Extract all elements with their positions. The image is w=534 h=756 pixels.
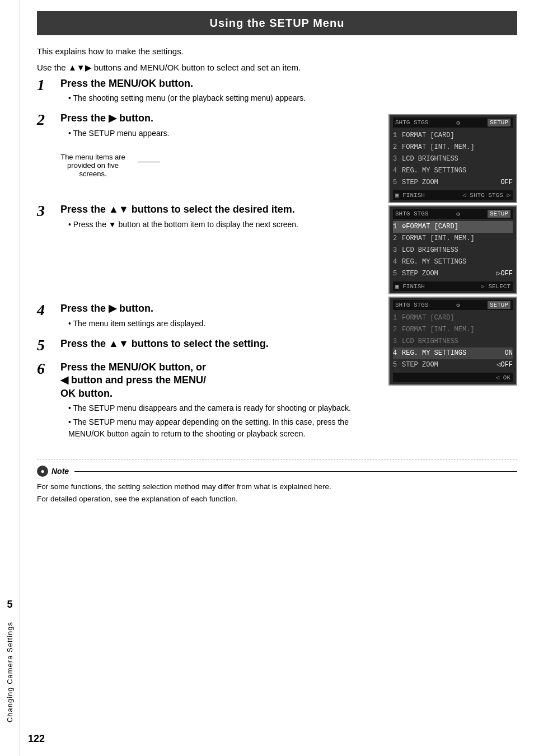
menu3-header-left: SHTG STGS: [395, 302, 428, 308]
step-3-number: 3: [37, 203, 57, 219]
menu3-footer-right: ◁ OK: [496, 374, 510, 381]
menu3-header: SHTG STGS ⚙ SETUP: [393, 300, 513, 310]
note-header: ● Note: [37, 465, 517, 477]
step-3-left: 3 Press the ▲▼ buttons to select the des…: [37, 203, 377, 294]
note-icon: ●: [37, 466, 48, 477]
step-6: 6 Press the MENU/OK button, or◀ button a…: [37, 361, 377, 440]
menu1-row-2: 2FORMAT [INT. MEM.]: [393, 142, 513, 153]
note-line1: For some functions, the setting selectio…: [37, 481, 517, 493]
menu2-footer-right: ▷ SELECT: [481, 283, 510, 290]
menu3-row-4: 4REG. MY SETTINGSON: [393, 348, 513, 359]
step-3-bullet: Press the ▼ button at the bottom item to…: [68, 219, 377, 231]
menu2-header: SHTG STGS ⚙ SETUP: [393, 209, 513, 219]
sidebar: 5 Changing Camera Settings: [0, 0, 20, 756]
step-2-menu: SHTG STGS ⚙ SETUP 1FORMAT [CARD] 2FORMAT…: [388, 112, 517, 203]
menu1-row-3: 3LCD BRIGHTNESS: [393, 153, 513, 165]
step-4-bullet: The menu item settings are displayed.: [68, 318, 377, 330]
step-4-content: Press the ▶ button. The menu item settin…: [60, 302, 377, 329]
menu1-footer-left: ▣ FINISH: [395, 191, 425, 199]
step-1: 1 Press the MENU/OK button. The shooting…: [37, 77, 517, 104]
menu2-setup: SETUP: [488, 210, 510, 218]
tri-right-2: ▶: [109, 112, 116, 124]
menu2-row-4: 4REG. MY SETTINGS: [393, 256, 513, 268]
steps-456-layout: 4 Press the ▶ button. The menu item sett…: [37, 302, 517, 448]
step-2-bullet: The SETUP menu appears.: [68, 128, 377, 139]
menu1-header-icon: ⚙: [456, 119, 460, 126]
menu1-footer: ▣ FINISH ◁ SHTG STGS ▷: [393, 190, 513, 200]
menu1-row-5: 5STEP ZOOMOFF: [393, 177, 513, 189]
note-label: Note: [51, 465, 69, 477]
step-2-number: 2: [37, 112, 57, 128]
menu2-row-3: 3LCD BRIGHTNESS: [393, 245, 513, 256]
step-6-bullet1: The SETUP menu disappears and the camera…: [68, 402, 377, 414]
triangle-down-icon: ▼: [77, 63, 85, 72]
main-content: Using the SETUP Menu This explains how t…: [20, 0, 534, 522]
step-1-content: Press the MENU/OK button. The shooting s…: [60, 77, 517, 104]
menu1-footer-right: ◁ SHTG STGS ▷: [462, 191, 510, 199]
menu1-row-1: 1FORMAT [CARD]: [393, 130, 513, 142]
tri-down-5: ▼: [119, 338, 129, 349]
menu2-footer: ▣ FINISH ▷ SELECT: [393, 281, 513, 291]
step-2-content: Press the ▶ button. The SETUP menu appea…: [60, 112, 377, 139]
step-2-layout: 2 Press the ▶ button. The SETUP menu app…: [37, 112, 517, 203]
triangle-up-icon: ▲: [68, 63, 77, 72]
step-5-number: 5: [37, 337, 57, 353]
step-3-content: Press the ▲▼ buttons to select the desir…: [60, 203, 377, 230]
step-1-number: 1: [37, 77, 57, 93]
step-6-content: Press the MENU/OK button, or◀ button and…: [60, 361, 377, 440]
step-2-title: Press the ▶ button.: [60, 112, 377, 125]
steps-456-left: 4 Press the ▶ button. The menu item sett…: [37, 302, 377, 448]
triangle-right-icon: ▶: [85, 63, 92, 72]
step-5: 5 Press the ▲▼ buttons to select the set…: [37, 337, 377, 353]
menu1-header: SHTG STGS ⚙ SETUP: [393, 118, 513, 128]
menu1-row-4: 4REG. MY SETTINGS: [393, 165, 513, 177]
camera-menu-1: SHTG STGS ⚙ SETUP 1FORMAT [CARD] 2FORMAT…: [388, 114, 517, 203]
menu2-row-1: 1⊙FORMAT [CARD]: [393, 221, 513, 233]
step-5-content: Press the ▲▼ buttons to select the setti…: [60, 337, 377, 353]
callout-line: [138, 162, 160, 162]
tri-right-4: ▶: [109, 303, 116, 314]
step-1-title: Press the MENU/OK button.: [60, 77, 517, 90]
intro-line2: Use the ▲▼▶ buttons and MENU/OK button t…: [37, 62, 517, 74]
intro-line1: This explains how to make the settings.: [37, 45, 517, 58]
note-dashes: [74, 471, 517, 472]
tri-up-5: ▲: [109, 338, 119, 349]
menu3-row-2: 2FORMAT [INT. MEM.]: [393, 324, 513, 336]
step-3-layout: 3 Press the ▲▼ buttons to select the des…: [37, 203, 517, 294]
menu3-row-3: 3LCD BRIGHTNESS: [393, 336, 513, 348]
step-4: 4 Press the ▶ button. The menu item sett…: [37, 302, 377, 329]
camera-menu-3: SHTG STGS ⚙ SETUP 1FORMAT [CARD] 2FORMAT…: [388, 297, 517, 386]
callout-text: The menu items are provided on five scre…: [54, 147, 132, 178]
note-section: ● Note For some functions, the setting s…: [37, 459, 517, 505]
menu3-footer: ◁ OK: [393, 373, 513, 382]
menu3-row-1: 1FORMAT [CARD]: [393, 312, 513, 324]
step-2: 2 Press the ▶ button. The SETUP menu app…: [37, 112, 377, 139]
menu3-setup: SETUP: [488, 301, 510, 309]
menu2-row-5: 5STEP ZOOM▷OFF: [393, 268, 513, 280]
menu2-row-2: 2FORMAT [INT. MEM.]: [393, 233, 513, 245]
step-3: 3 Press the ▲▼ buttons to select the des…: [37, 203, 377, 230]
step-6-number: 6: [37, 361, 57, 377]
menu2-footer-left: ▣ FINISH: [395, 283, 425, 290]
step-456-menu: SHTG STGS ⚙ SETUP 1FORMAT [CARD] 2FORMAT…: [388, 297, 517, 386]
menu2-header-icon: ⚙: [456, 210, 460, 218]
step-3-title: Press the ▲▼ buttons to select the desir…: [60, 203, 377, 216]
camera-menu-2: SHTG STGS ⚙ SETUP 1⊙FORMAT [CARD] 2FORMA…: [388, 205, 517, 294]
callout-area: The menu items are provided on five scre…: [54, 147, 377, 178]
menu2-header-left: SHTG STGS: [395, 210, 428, 217]
menu3-row-5: 5STEP ZOOM◁OFF: [393, 359, 513, 371]
tri-down-3: ▼: [119, 204, 129, 215]
step-3-menu: SHTG STGS ⚙ SETUP 1⊙FORMAT [CARD] 2FORMA…: [388, 203, 517, 294]
step-4-number: 4: [37, 302, 57, 318]
page-title: Using the SETUP Menu: [37, 11, 517, 35]
menu1-setup: SETUP: [488, 119, 510, 126]
menu3-header-icon: ⚙: [456, 302, 460, 309]
step-4-title: Press the ▶ button.: [60, 302, 377, 315]
menu1-header-left: SHTG STGS: [395, 119, 428, 126]
step-6-title: Press the MENU/OK button, or◀ button and…: [60, 361, 377, 400]
tri-up-3: ▲: [109, 204, 119, 215]
step-6-bullet2: The SETUP menu may appear depending on t…: [68, 416, 377, 440]
chapter-number: 5: [7, 599, 12, 611]
chapter-title: Changing Camera Settings: [6, 622, 14, 722]
tri-down-3b: ▼: [109, 220, 116, 229]
